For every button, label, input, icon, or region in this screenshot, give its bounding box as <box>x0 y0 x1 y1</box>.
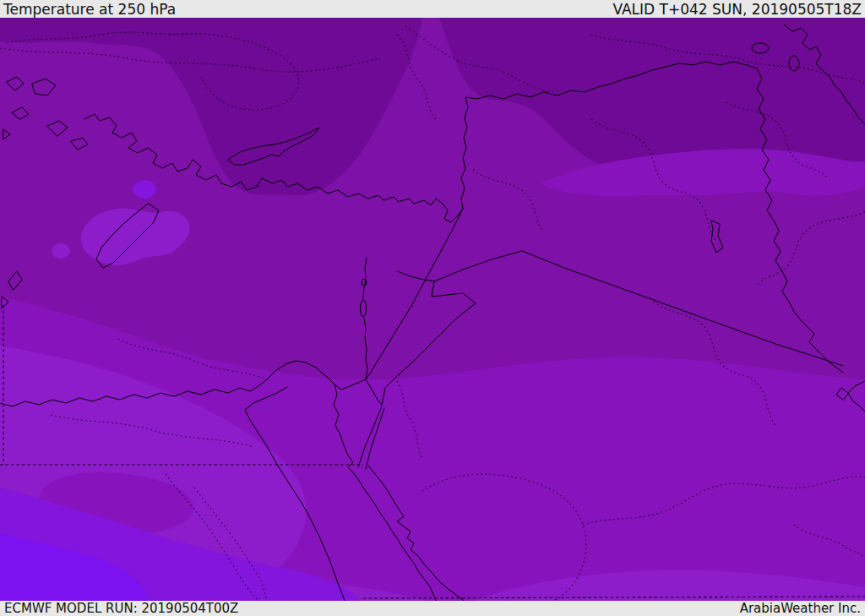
header-bar: Temperature at 250 hPa VALID T+042 SUN, … <box>0 0 865 18</box>
page-title: Temperature at 250 hPa <box>3 1 176 18</box>
model-run-label: ECMWF MODEL RUN: 20190504T00Z <box>4 601 238 616</box>
weather-map-canvas <box>0 18 865 601</box>
weather-map-frame: Temperature at 250 hPa VALID T+042 SUN, … <box>0 0 865 616</box>
temperature-fill-layers <box>0 18 865 601</box>
valid-time-label: VALID T+042 SUN, 20190505T18Z <box>612 1 862 18</box>
temp-spot-violet-west <box>133 180 156 199</box>
weather-map <box>0 18 865 601</box>
temp-patch-west-small <box>52 243 70 259</box>
footer-bar: ECMWF MODEL RUN: 20190504T00Z ArabiaWeat… <box>0 601 865 616</box>
credit-label: ArabiaWeather Inc. <box>740 601 861 616</box>
